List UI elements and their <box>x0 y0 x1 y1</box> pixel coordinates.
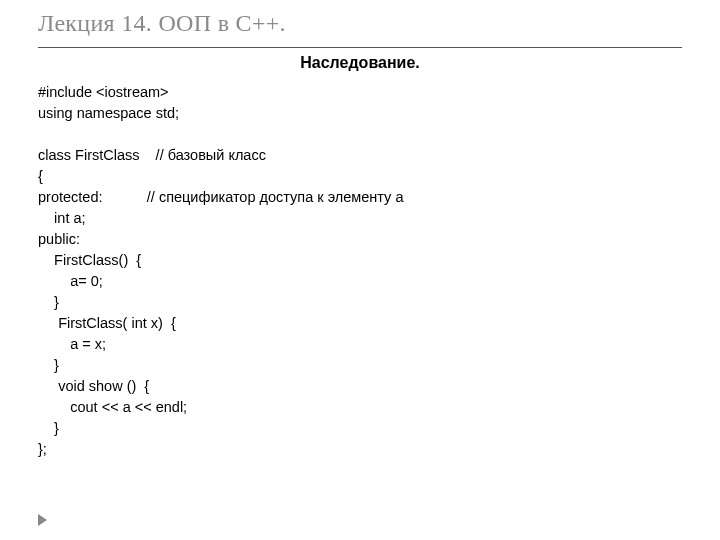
code-line: void show () { <box>38 378 149 394</box>
footer-arrow-icon <box>38 514 47 526</box>
code-line: } <box>38 294 59 310</box>
code-line: FirstClass( int x) { <box>38 315 176 331</box>
title-underline <box>38 47 682 48</box>
code-block: #include <iostream> using namespace std;… <box>0 82 720 460</box>
code-line: using namespace std; <box>38 105 179 121</box>
code-line: #include <iostream> <box>38 84 169 100</box>
code-line: public: <box>38 231 80 247</box>
slide-subtitle: Наследование. <box>0 54 720 72</box>
code-line: FirstClass() { <box>38 252 141 268</box>
code-line: int a; <box>38 210 86 226</box>
code-line: } <box>38 357 59 373</box>
code-line: { <box>38 168 43 184</box>
code-line: } <box>38 420 59 436</box>
code-line: protected: // спецификатор доступа к эле… <box>38 189 403 205</box>
code-line: a= 0; <box>38 273 103 289</box>
code-line: cout << a << endl; <box>38 399 187 415</box>
slide-title: Лекция 14. ООП в С++. <box>0 0 720 37</box>
code-line: }; <box>38 441 47 457</box>
code-line: a = x; <box>38 336 106 352</box>
code-line: class FirstClass // базовый класс <box>38 147 266 163</box>
